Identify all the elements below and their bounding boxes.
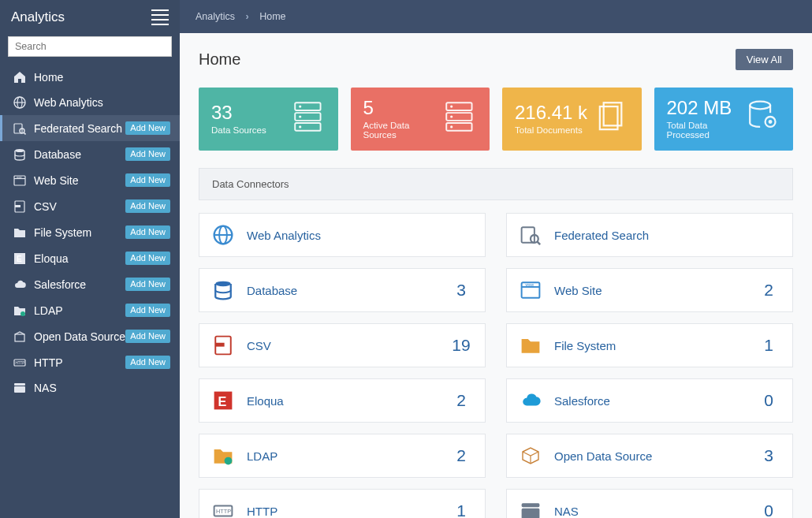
- page-header: Home View All: [199, 49, 793, 70]
- connector-count: 1: [438, 501, 485, 518]
- sidebar-item-label: File System: [34, 226, 91, 239]
- db-gear-icon: [747, 100, 780, 136]
- search-db-icon: [13, 122, 26, 135]
- database-icon: [13, 148, 26, 161]
- http-o-icon: [199, 501, 247, 518]
- nas-icon: [13, 382, 26, 394]
- connector-name: File System: [554, 339, 745, 352]
- globe-color-icon: [199, 225, 247, 245]
- section-header: Data Connectors: [199, 168, 793, 200]
- stat-label: Total Data Processed: [667, 121, 748, 140]
- connector-web-site[interactable]: Web Site 2: [506, 268, 793, 312]
- connector-count: 0: [745, 501, 792, 518]
- menu-toggle-icon[interactable]: [151, 6, 169, 28]
- add-new-button[interactable]: Add New: [125, 147, 170, 161]
- sidebar-item-salesforce[interactable]: Salesforce Add New: [0, 271, 180, 297]
- add-new-button[interactable]: Add New: [125, 252, 170, 265]
- view-all-button[interactable]: View All: [736, 49, 793, 70]
- sidebar-item-database[interactable]: Database Add New: [0, 141, 180, 167]
- stat-value: 5: [363, 97, 445, 119]
- sidebar-item-web-site[interactable]: Web Site Add New: [0, 167, 180, 193]
- server-ok-icon: [444, 100, 477, 136]
- cloud-icon: [13, 278, 26, 291]
- connector-name: NAS: [554, 505, 745, 518]
- connector-name: Database: [247, 284, 438, 297]
- sidebar-item-label: Salesforce: [34, 278, 86, 291]
- connector-file-system[interactable]: File System 1: [506, 323, 793, 367]
- add-new-button[interactable]: Add New: [125, 356, 170, 369]
- stat-value: 33: [211, 102, 266, 124]
- sidebar-item-label: HTTP: [34, 356, 63, 369]
- breadcrumb-root[interactable]: Analytics: [196, 11, 235, 22]
- docs-icon: [596, 100, 629, 136]
- sidebar-item-eloqua[interactable]: Eloqua Add New: [0, 245, 180, 271]
- connector-web-analytics[interactable]: Web Analytics: [199, 213, 486, 257]
- connector-salesforce[interactable]: Salesforce 0: [506, 378, 793, 423]
- folder-check-icon: [199, 445, 247, 466]
- connector-name: HTTP: [247, 505, 438, 518]
- connector-open-data-source[interactable]: Open Data Source 3: [506, 434, 793, 478]
- connector-count: 3: [438, 281, 485, 300]
- http-icon: [13, 356, 26, 369]
- stat-label: Active Data Sources: [363, 121, 445, 140]
- website-o-icon: [507, 280, 554, 300]
- sidebar-item-label: CSV: [34, 200, 57, 213]
- website-icon: [13, 174, 26, 187]
- nas-o-icon: [507, 501, 554, 518]
- globe-icon: [13, 96, 26, 109]
- sidebar-item-open-data-source[interactable]: Open Data Source Add New: [0, 323, 180, 349]
- connector-count: 2: [438, 446, 485, 465]
- connector-http[interactable]: HTTP 1: [199, 489, 486, 518]
- connector-eloqua[interactable]: Eloqua 2: [199, 378, 486, 423]
- sidebar-item-http[interactable]: HTTP Add New: [0, 349, 180, 375]
- stat-card-data-sources[interactable]: 33 Data Sources: [199, 88, 338, 151]
- add-new-button[interactable]: Add New: [125, 278, 170, 291]
- search-input[interactable]: [8, 36, 172, 57]
- connector-count: 0: [745, 391, 792, 410]
- app-title: Analytics: [11, 9, 65, 25]
- sidebar-item-federated-search[interactable]: Federated Search Add New: [0, 115, 180, 141]
- sidebar-item-nas[interactable]: NAS: [0, 375, 180, 401]
- eloqua-icon: [13, 252, 26, 265]
- sidebar-item-ldap[interactable]: LDAP Add New: [0, 297, 180, 323]
- connector-ldap[interactable]: LDAP 2: [199, 434, 486, 478]
- sidebar-item-label: Web Analytics: [34, 96, 103, 109]
- csv-icon: [13, 200, 26, 213]
- sidebar-item-web-analytics[interactable]: Web Analytics: [0, 90, 180, 115]
- add-new-button[interactable]: Add New: [125, 330, 170, 343]
- connector-name: Eloqua: [247, 394, 438, 408]
- eloqua-red-icon: [199, 390, 247, 411]
- connector-count: 2: [745, 281, 792, 300]
- stat-card-total-documents[interactable]: 216.41 k Total Documents: [502, 88, 642, 151]
- stat-card-total-data-processed[interactable]: 202 MB Total Data Processed: [654, 88, 794, 151]
- stat-label: Total Documents: [515, 125, 587, 135]
- folder-open-icon: [507, 335, 554, 356]
- stat-card-active-data-sources[interactable]: 5 Active Data Sources: [351, 88, 490, 151]
- sidebar-item-label: Eloqua: [34, 252, 69, 265]
- home-icon: [13, 71, 26, 84]
- cloud-blue-icon: [507, 390, 554, 411]
- add-new-button[interactable]: Add New: [125, 199, 170, 213]
- add-new-button[interactable]: Add New: [125, 304, 170, 317]
- add-new-button[interactable]: Add New: [125, 173, 170, 187]
- folder-icon: [13, 226, 26, 239]
- connector-federated-search[interactable]: Federated Search: [506, 213, 793, 257]
- breadcrumb: Analytics › Home: [180, 0, 812, 33]
- connector-database[interactable]: Database 3: [199, 268, 486, 312]
- sidebar-item-file-system[interactable]: File System Add New: [0, 219, 180, 245]
- connector-name: Web Analytics: [247, 229, 438, 242]
- page-title: Home: [199, 50, 240, 69]
- server-icon: [292, 100, 326, 136]
- ods-icon: [13, 330, 26, 343]
- add-new-button[interactable]: Add New: [125, 121, 170, 135]
- search-db-o-icon: [507, 225, 554, 245]
- sidebar-item-csv[interactable]: CSV Add New: [0, 193, 180, 219]
- connectors-grid: Web Analytics Federated Search Database …: [199, 213, 793, 518]
- connector-nas[interactable]: NAS 0: [506, 489, 793, 518]
- connector-count: 1: [745, 336, 792, 355]
- stat-value: 202 MB: [667, 97, 748, 119]
- database-o-icon: [199, 280, 247, 300]
- add-new-button[interactable]: Add New: [125, 225, 170, 239]
- sidebar-item-home[interactable]: Home: [0, 65, 180, 90]
- connector-csv[interactable]: CSV 19: [199, 323, 486, 367]
